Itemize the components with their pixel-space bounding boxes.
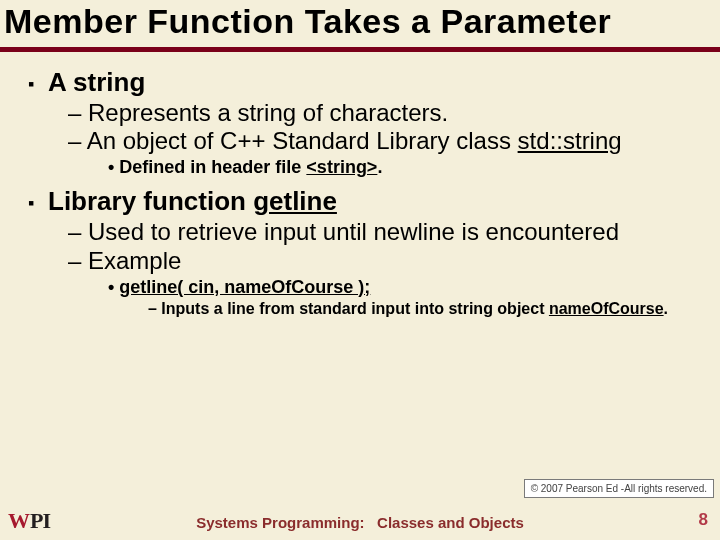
sub-sub-bullet-getline-call: • getline( cin, nameOfCourse ); <box>108 276 706 299</box>
wpi-logo: WPI <box>8 508 50 534</box>
text: Inputs a line from standard input into s… <box>161 300 549 317</box>
text: . <box>377 157 382 177</box>
footer-label-b: Classes and Objects <box>377 514 524 531</box>
footer-center-text: Systems Programming: Classes and Objects <box>0 514 720 531</box>
code-getline-call: getline( cin, nameOfCourse ); <box>119 277 370 297</box>
sub-sub-sub-bullet-inputs: – Inputs a line from standard input into… <box>148 299 706 320</box>
code-string-header: <string> <box>306 157 377 177</box>
page-number: 8 <box>699 510 708 530</box>
bullet-library-function: ▪Library function getline <box>28 185 706 218</box>
slide-title: Member Function Takes a Parameter <box>0 0 720 52</box>
sub-bullet-object-of: – An object of C++ Standard Library clas… <box>68 127 706 156</box>
bullet-a-string: ▪A string <box>28 66 706 99</box>
sub-bullet-represents: – Represents a string of characters. <box>68 99 706 128</box>
code-nameofcourse: nameOfCourse <box>549 300 664 317</box>
text: Used to retrieve input until newline is … <box>88 218 619 245</box>
sub-sub-bullet-defined: • Defined in header file <string>. <box>108 156 706 179</box>
text: Represents a string of characters. <box>88 99 448 126</box>
sub-bullet-used-to: – Used to retrieve input until newline i… <box>68 218 706 247</box>
bullet-square-icon: ▪ <box>28 73 48 96</box>
text: Library function <box>48 186 253 216</box>
logo-pi: PI <box>30 508 50 534</box>
slide-body: ▪A string – Represents a string of chara… <box>0 52 720 320</box>
bullet-square-icon: ▪ <box>28 192 48 215</box>
slide-footer: WPI Systems Programming: Classes and Obj… <box>0 504 720 540</box>
text: An object of C++ Standard Library class <box>87 127 518 154</box>
copyright-box: © 2007 Pearson Ed -All rights reserved. <box>524 479 714 498</box>
bullet-text: A string <box>48 67 145 97</box>
code-std-string: std::string <box>518 127 622 154</box>
footer-label-a: Systems Programming: <box>196 514 364 531</box>
sub-bullet-example: – Example <box>68 247 706 276</box>
text: Example <box>88 247 181 274</box>
logo-w: W <box>8 508 28 534</box>
text: . <box>664 300 668 317</box>
text: Defined in header file <box>119 157 306 177</box>
code-getline: getline <box>253 186 337 216</box>
